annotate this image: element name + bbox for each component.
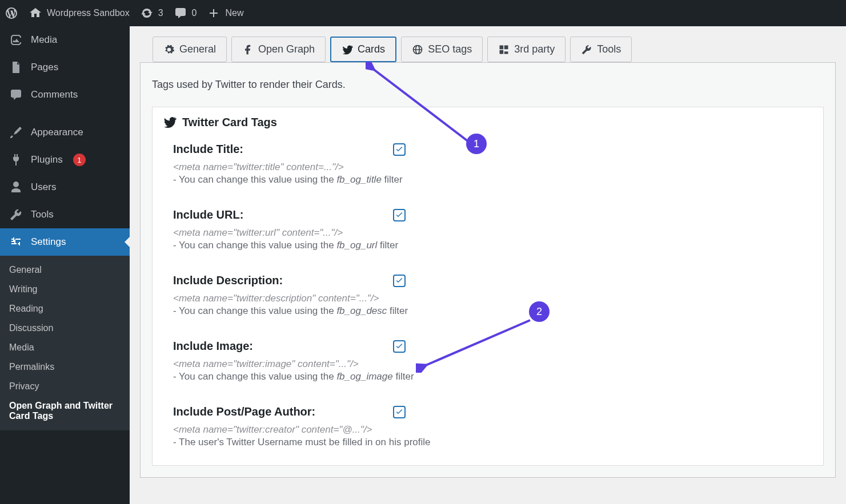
sidebar-label: Pages (31, 62, 58, 73)
sidebar-item-pages[interactable]: Pages (0, 54, 130, 81)
card-title: Twitter Card Tags (182, 116, 277, 129)
checkbox-include-description[interactable] (393, 275, 406, 287)
field-include-author: Include Post/Page Author: <meta name="tw… (153, 400, 823, 465)
field-label: Include URL: (173, 208, 393, 221)
tab-label: Cards (358, 43, 385, 55)
comment-icon (9, 88, 23, 102)
field-note: - The user's Twitter Username must be fi… (173, 437, 803, 448)
field-note: - You can change this value using the fb… (173, 240, 803, 251)
tab-label: SEO tags (428, 43, 472, 55)
globe-icon (412, 44, 423, 55)
field-include-url: Include URL: <meta name="twitter:url" co… (153, 203, 823, 268)
new-label: New (225, 8, 243, 18)
sliders-icon (9, 235, 23, 249)
sub-item-privacy[interactable]: Privacy (0, 377, 130, 396)
sidebar-item-plugins[interactable]: Plugins 1 (0, 146, 130, 174)
sub-item-general[interactable]: General (0, 260, 130, 280)
field-include-title: Include Title: <meta name="twitter:title… (153, 137, 823, 203)
admin-sidebar: Media Pages Comments Appearance Plugins … (0, 26, 130, 504)
wordpress-icon (5, 6, 18, 20)
updates-link[interactable]: 3 (140, 6, 163, 20)
plugin-badge: 1 (73, 154, 86, 166)
checkbox-include-author[interactable] (393, 406, 406, 418)
new-link[interactable]: New (207, 6, 243, 20)
blocks-icon (498, 44, 510, 55)
sub-item-media[interactable]: Media (0, 338, 130, 357)
field-meta: <meta name="twitter:url" content="..."/> (173, 227, 803, 239)
tab-label: Open Graph (258, 43, 315, 55)
sidebar-label: Settings (31, 236, 66, 248)
sidebar-label: Media (31, 34, 57, 46)
sidebar-item-media[interactable]: Media (0, 26, 130, 54)
home-icon (29, 6, 42, 20)
site-name: Wordpress Sandbox (47, 8, 130, 18)
sub-item-writing[interactable]: Writing (0, 280, 130, 299)
field-include-description: Include Description: <meta name="twitter… (153, 268, 823, 334)
settings-tabs: General Open Graph Cards SEO tags 3rd pa… (130, 26, 846, 62)
plus-icon (207, 6, 220, 20)
settings-panel: Tags used by Twitter to render their Car… (140, 62, 836, 478)
media-icon (9, 33, 23, 47)
user-icon (9, 180, 23, 194)
tab-tools[interactable]: Tools (570, 37, 632, 62)
sidebar-item-comments[interactable]: Comments (0, 81, 130, 108)
check-icon (395, 276, 404, 285)
sub-item-og-twitter[interactable]: Open Graph and Twitter Card Tags (0, 396, 130, 426)
twitter-icon (163, 115, 177, 129)
field-meta: <meta name="twitter:creator" content="@.… (173, 424, 803, 436)
comments-count: 0 (192, 8, 197, 18)
check-icon (395, 211, 404, 220)
brush-icon (9, 126, 23, 139)
field-meta: <meta name="twitter:image" content="..."… (173, 358, 803, 370)
field-include-image: Include Image: <meta name="twitter:image… (153, 334, 823, 400)
gear-icon (163, 44, 175, 55)
sidebar-label: Tools (31, 209, 54, 220)
field-note: - You can change this value using the fb… (173, 371, 803, 382)
tab-thirdparty[interactable]: 3rd party (487, 37, 566, 62)
tab-label: 3rd party (514, 43, 555, 55)
tab-cards[interactable]: Cards (330, 37, 396, 62)
adminbar: Wordpress Sandbox 3 0 New (0, 0, 846, 26)
field-meta: <meta name="twitter:title" content=..."/… (173, 162, 803, 173)
sidebar-label: Comments (31, 89, 78, 100)
field-meta: <meta name="twitter:description" content… (173, 293, 803, 304)
site-link[interactable]: Wordpress Sandbox (29, 6, 130, 20)
sidebar-label: Users (31, 182, 56, 193)
plug-icon (9, 153, 23, 167)
settings-submenu: General Writing Reading Discussion Media… (0, 256, 130, 430)
facebook-icon (242, 44, 254, 55)
tab-label: General (179, 43, 216, 55)
field-label: Include Description: (173, 274, 393, 287)
main-content: General Open Graph Cards SEO tags 3rd pa… (130, 26, 846, 504)
sidebar-item-appearance[interactable]: Appearance (0, 119, 130, 146)
comment-icon (174, 6, 187, 20)
tab-opengraph[interactable]: Open Graph (231, 37, 326, 62)
tab-seo[interactable]: SEO tags (401, 37, 483, 62)
check-icon (395, 145, 404, 154)
wp-logo[interactable] (5, 6, 18, 20)
panel-description: Tags used by Twitter to render their Car… (141, 63, 835, 107)
wrench-icon (9, 208, 23, 221)
tab-label: Tools (597, 43, 621, 55)
update-icon (140, 6, 154, 20)
sidebar-item-tools[interactable]: Tools (0, 201, 130, 228)
sidebar-label: Appearance (31, 127, 83, 138)
checkbox-include-url[interactable] (393, 209, 406, 221)
comments-link[interactable]: 0 (174, 6, 197, 20)
sub-item-reading[interactable]: Reading (0, 299, 130, 318)
field-note: - You can change this value using the fb… (173, 174, 803, 186)
checkbox-include-image[interactable] (393, 340, 406, 353)
page-icon (9, 61, 23, 74)
sidebar-label: Plugins (31, 154, 63, 166)
sub-item-discussion[interactable]: Discussion (0, 318, 130, 338)
checkbox-include-title[interactable] (393, 143, 406, 156)
field-label: Include Post/Page Author: (173, 405, 393, 418)
sidebar-item-users[interactable]: Users (0, 174, 130, 201)
check-icon (395, 342, 404, 351)
field-label: Include Title: (173, 143, 393, 156)
tab-general[interactable]: General (153, 37, 227, 62)
sidebar-item-settings[interactable]: Settings (0, 228, 130, 256)
sub-item-permalinks[interactable]: Permalinks (0, 357, 130, 377)
wrench-icon (581, 44, 592, 55)
check-icon (395, 408, 404, 417)
